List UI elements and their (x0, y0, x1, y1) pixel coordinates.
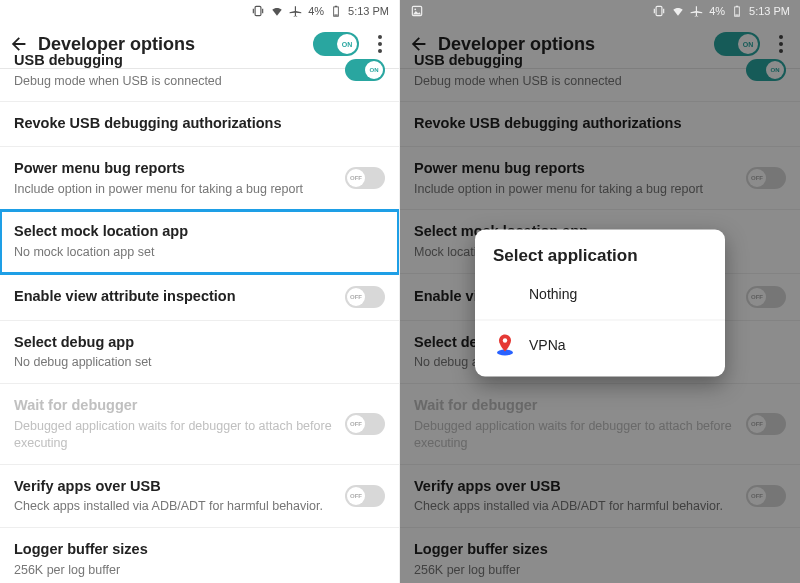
airplane-icon (690, 4, 704, 18)
status-bar: 4% 5:13 PM (400, 0, 800, 22)
toggle-verify-usb[interactable]: OFF (345, 485, 385, 507)
svg-rect-6 (656, 6, 662, 15)
row-view-attr[interactable]: Enable view attribute inspection OFF (0, 274, 399, 321)
vibrate-icon (652, 4, 666, 18)
svg-rect-3 (334, 15, 338, 16)
row-sub: No debug application set (14, 354, 385, 371)
dialog-option-nothing[interactable]: Nothing (475, 276, 725, 320)
svg-rect-9 (735, 15, 739, 16)
toggle-usb-debugging[interactable]: ON (345, 59, 385, 81)
wifi-icon (671, 4, 685, 18)
screen-left: 4% 5:13 PM Developer options ON USB debu… (0, 0, 400, 583)
airplane-icon (289, 4, 303, 18)
row-logger-buffer[interactable]: Logger buffer sizes 256K per log buffer (0, 528, 399, 583)
row-title: Select debug app (14, 333, 385, 353)
blank-icon (493, 282, 517, 306)
status-bar: 4% 5:13 PM (0, 0, 399, 22)
row-verify-usb[interactable]: Verify apps over USB Check apps installe… (0, 465, 399, 528)
select-app-dialog: Select application Nothing VPNa (475, 230, 725, 377)
row-title: Logger buffer sizes (14, 540, 385, 560)
clock-text: 5:13 PM (348, 5, 389, 17)
row-mock-location[interactable]: Select mock location app No mock locatio… (0, 210, 399, 273)
toggle-power-menu[interactable]: OFF (345, 167, 385, 189)
toggle-view-attr[interactable]: OFF (345, 286, 385, 308)
row-sub: Include option in power menu for taking … (14, 181, 335, 198)
battery-icon (730, 4, 744, 18)
toggle-wait-debugger: OFF (345, 413, 385, 435)
dialog-option-vpna[interactable]: VPNa (475, 320, 725, 369)
svg-rect-8 (736, 6, 738, 7)
row-select-debug-app[interactable]: Select debug app No debug application se… (0, 321, 399, 384)
dialog-option-label: Nothing (529, 286, 577, 302)
location-pin-icon (493, 333, 517, 357)
row-usb-debugging[interactable]: USB debugging Debug mode when USB is con… (0, 51, 399, 102)
battery-text: 4% (709, 5, 725, 17)
row-sub: Check apps installed via ADB/ADT for har… (14, 498, 335, 515)
row-title: Select mock location app (14, 222, 385, 242)
toggle-knob: ON (337, 34, 357, 54)
row-sub: Debugged application waits for debugger … (14, 418, 335, 452)
vibrate-icon (251, 4, 265, 18)
row-sub: 256K per log buffer (14, 562, 385, 579)
row-title: Revoke USB debugging authorizations (14, 114, 385, 134)
svg-point-11 (503, 338, 507, 342)
row-power-menu-bug[interactable]: Power menu bug reports Include option in… (0, 147, 399, 210)
battery-text: 4% (308, 5, 324, 17)
row-title: Verify apps over USB (14, 477, 335, 497)
screen-right: 4% 5:13 PM Developer options ON USB debu… (400, 0, 800, 583)
gallery-icon (410, 4, 424, 18)
dialog-option-label: VPNa (529, 337, 566, 353)
row-revoke-usb[interactable]: Revoke USB debugging authorizations (0, 102, 399, 147)
svg-point-5 (414, 8, 416, 10)
overflow-menu-icon[interactable] (369, 33, 391, 55)
svg-rect-0 (255, 6, 261, 15)
wifi-icon (270, 4, 284, 18)
row-title: Wait for debugger (14, 396, 335, 416)
battery-icon (329, 4, 343, 18)
row-sub: Debug mode when USB is connected (14, 73, 335, 90)
settings-list: USB debugging Debug mode when USB is con… (0, 51, 399, 583)
row-title: USB debugging (14, 51, 335, 71)
master-toggle[interactable]: ON (313, 32, 359, 56)
clock-text: 5:13 PM (749, 5, 790, 17)
svg-rect-2 (335, 6, 337, 7)
row-wait-debugger: Wait for debugger Debugged application w… (0, 384, 399, 464)
row-title: Power menu bug reports (14, 159, 335, 179)
row-sub: No mock location app set (14, 244, 385, 261)
row-title: Enable view attribute inspection (14, 287, 335, 307)
dialog-title: Select application (475, 246, 725, 276)
